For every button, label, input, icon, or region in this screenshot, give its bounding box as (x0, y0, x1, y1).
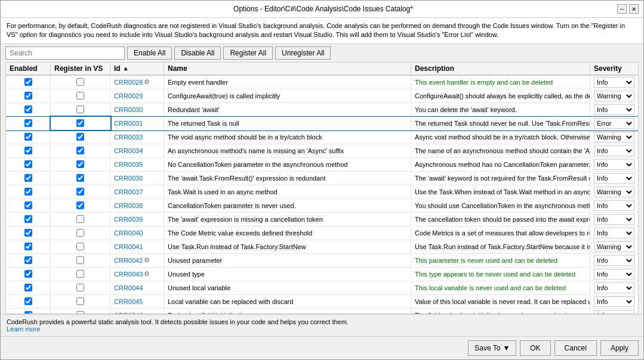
register-checkbox[interactable] (76, 160, 84, 168)
col-name[interactable]: Name (164, 63, 411, 75)
enabled-checkbox[interactable] (24, 297, 32, 305)
enabled-cell (6, 172, 51, 185)
col-id[interactable]: Id▲ (110, 63, 164, 75)
table-row[interactable]: CRR0031The returned Task is nullThe retu… (6, 117, 638, 131)
enabled-checkbox[interactable] (24, 201, 32, 209)
register-checkbox[interactable] (76, 119, 84, 127)
enabled-checkbox[interactable] (24, 311, 32, 314)
severity-select[interactable]: InfoWarningErrorHint (594, 269, 634, 280)
table-row[interactable]: CRR0036The 'await Task.FromResult()' exp… (6, 172, 638, 185)
enabled-checkbox[interactable] (24, 119, 32, 127)
severity-select[interactable]: InfoWarningErrorHint (594, 173, 634, 184)
severity-select[interactable]: InfoWarningErrorHint (594, 187, 634, 197)
table-row[interactable]: CRR0045Local variable can be replaced wi… (6, 295, 638, 309)
severity-select[interactable]: InfoWarningErrorHint (594, 283, 634, 293)
enabled-checkbox[interactable] (24, 270, 32, 278)
severity-select[interactable]: InfoWarningErrorHint (594, 91, 634, 101)
enabled-checkbox[interactable] (24, 229, 32, 237)
enabled-checkbox[interactable] (24, 147, 32, 154)
enabled-checkbox[interactable] (24, 105, 32, 113)
register-cell (51, 213, 110, 226)
register-checkbox[interactable] (76, 105, 84, 113)
register-checkbox[interactable] (76, 201, 84, 209)
table-row[interactable]: CRR0044Unused local variableThis local v… (6, 281, 638, 295)
search-input[interactable] (5, 46, 125, 60)
description-cell: Code Metrics is a set of measures that a… (411, 226, 590, 240)
severity-select[interactable]: InfoWarningErrorHint (594, 132, 634, 142)
severity-select[interactable]: InfoWarningErrorHint (594, 255, 634, 266)
severity-select[interactable]: InfoWarningErrorHint (594, 77, 634, 88)
register-cell (51, 199, 110, 212)
register-checkbox[interactable] (76, 147, 84, 154)
table-row[interactable]: CRR0043 ⚙Unused typeThis type appears to… (6, 268, 638, 281)
register-checkbox[interactable] (76, 215, 84, 223)
table-row[interactable]: CRR0038CancellationToken parameter is ne… (6, 199, 638, 213)
enable-all-button[interactable]: Enable All (127, 46, 172, 60)
register-checkbox[interactable] (76, 92, 84, 100)
id-cell: CRR0041 (110, 240, 164, 253)
save-to-button[interactable]: Save To ▼ (468, 340, 516, 356)
table-row[interactable]: CRR0042 ⚙Unused parameterThis parameter … (6, 254, 638, 268)
severity-select[interactable]: InfoWarningErrorHint (594, 310, 634, 314)
register-checkbox[interactable] (76, 297, 84, 305)
enabled-checkbox[interactable] (24, 133, 32, 141)
severity-select[interactable]: InfoWarningErrorHint (594, 145, 634, 156)
register-checkbox[interactable] (76, 270, 84, 278)
register-checkbox[interactable] (76, 229, 84, 237)
col-severity[interactable]: Severity (590, 63, 638, 75)
unregister-all-button[interactable]: Unregister All (275, 46, 331, 60)
col-description[interactable]: Description (411, 63, 590, 75)
col-enabled[interactable]: Enabled (6, 63, 51, 75)
table-row[interactable]: CRR0030Redundant 'await'You can delete t… (6, 103, 638, 117)
table-row[interactable]: CRR0035No CancellationToken parameter in… (6, 158, 638, 172)
severity-select[interactable]: InfoWarningErrorHint (594, 241, 634, 252)
enabled-checkbox[interactable] (24, 215, 32, 223)
register-checkbox[interactable] (76, 284, 84, 291)
register-checkbox[interactable] (76, 243, 84, 250)
severity-select[interactable]: InfoWarningErrorHint (594, 200, 634, 211)
enabled-checkbox[interactable] (24, 78, 32, 86)
description-cell: Async void method should be in a try/cat… (411, 131, 590, 144)
enabled-checkbox[interactable] (24, 174, 32, 182)
severity-select[interactable]: InfoWarningErrorHint (594, 159, 634, 170)
apply-button[interactable]: Apply (600, 340, 639, 356)
severity-select[interactable]: InfoWarningErrorHint (594, 296, 634, 307)
title-controls: ─ ✕ (617, 4, 639, 14)
register-checkbox[interactable] (76, 133, 84, 141)
disable-all-button[interactable]: Disable All (174, 46, 221, 60)
minimize-button[interactable]: ─ (617, 4, 627, 14)
table-row[interactable]: CRR0040The Code Metric value exceeds def… (6, 226, 638, 240)
register-checkbox[interactable] (76, 78, 84, 86)
ok-button[interactable]: OK (520, 340, 550, 356)
table-row[interactable]: CRR0046Redundant field initializationThe… (6, 309, 638, 314)
register-all-button[interactable]: Register All (223, 46, 273, 60)
table-row[interactable]: CRR0034An asynchronous method's name is … (6, 144, 638, 158)
register-checkbox[interactable] (76, 188, 84, 195)
severity-select[interactable]: InfoWarningErrorHint (594, 214, 634, 225)
severity-select[interactable]: InfoWarningErrorHint (594, 228, 634, 238)
register-checkbox[interactable] (76, 256, 84, 264)
enabled-checkbox[interactable] (24, 256, 32, 264)
col-register[interactable]: Register in VS (51, 63, 110, 75)
enabled-checkbox[interactable] (24, 92, 32, 100)
close-button[interactable]: ✕ (629, 4, 639, 14)
id-cell: CRR0042 ⚙ (110, 254, 164, 267)
name-cell: The 'await' expression is missing a canc… (164, 213, 411, 226)
enabled-checkbox[interactable] (24, 188, 32, 195)
severity-select[interactable]: InfoWarningErrorHint (594, 104, 634, 115)
enabled-checkbox[interactable] (24, 160, 32, 168)
table-row[interactable]: CRR0041Use Task.Run instead of Task.Fact… (6, 240, 638, 254)
register-checkbox[interactable] (76, 174, 84, 182)
table-row[interactable]: CRR0037Task.Wait is used in an async met… (6, 185, 638, 199)
table-row[interactable]: CRR0029ConfigureAwait(true) is called im… (6, 89, 638, 103)
enabled-checkbox[interactable] (24, 284, 32, 291)
table-row[interactable]: CRR0033The void async method should be i… (6, 131, 638, 144)
severity-cell: InfoWarningErrorHint (590, 309, 638, 314)
register-checkbox[interactable] (76, 311, 84, 314)
table-row[interactable]: CRR0039The 'await' expression is missing… (6, 213, 638, 226)
table-row[interactable]: CRR0028 ⚙Empty event handlerThis event h… (6, 76, 638, 89)
cancel-button[interactable]: Cancel (554, 340, 597, 356)
learn-more-link[interactable]: Learn more (7, 325, 40, 333)
severity-select[interactable]: InfoWarningErrorHint (594, 118, 634, 129)
enabled-checkbox[interactable] (24, 243, 32, 250)
